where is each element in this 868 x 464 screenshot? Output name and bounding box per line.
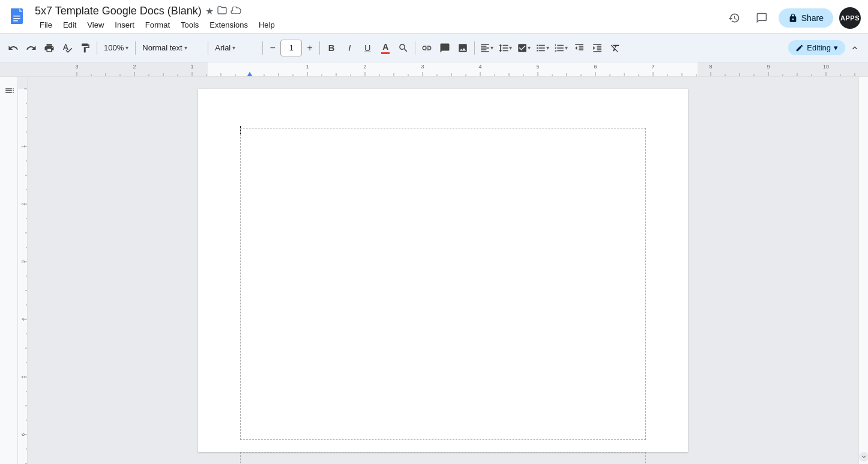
cloud-icon[interactable] [231, 6, 241, 16]
doc-title[interactable]: 5x7 Template Google Docs (Blank) [35, 5, 202, 17]
svg-rect-4 [13, 20, 18, 22]
text-style-dropdown[interactable]: Normal text ▾ [139, 41, 205, 54]
content-area-top [240, 128, 646, 440]
sep-3 [208, 41, 208, 55]
svg-rect-3 [13, 18, 20, 19]
font-size-increase[interactable]: + [303, 41, 316, 55]
highlight-button[interactable] [395, 40, 412, 56]
editing-chevron: ▾ [834, 43, 838, 52]
font-label: Arial [215, 43, 231, 52]
indent-less-button[interactable] [571, 40, 588, 56]
zoom-dropdown[interactable]: 100% ▾ [100, 41, 132, 54]
font-chevron: ▾ [232, 44, 235, 51]
menu-tools[interactable]: Tools [176, 19, 203, 31]
image-button[interactable] [454, 40, 471, 56]
font-size-decrease[interactable]: − [266, 41, 279, 55]
menu-insert[interactable]: Insert [110, 19, 139, 31]
text-style-label: Normal text [142, 43, 182, 52]
ruler [0, 62, 868, 77]
sep-6 [415, 41, 415, 55]
outline-button[interactable] [3, 84, 16, 97]
text-color-button[interactable]: A [377, 40, 394, 56]
comments-button[interactable] [751, 7, 773, 29]
editing-mode-button[interactable]: Editing ▾ [788, 40, 845, 55]
apps-button[interactable]: APPS [839, 7, 861, 29]
menu-file[interactable]: File [35, 19, 57, 31]
share-button[interactable]: Share [779, 8, 833, 28]
doc-title-row: 5x7 Template Google Docs (Blank) ★ [35, 5, 723, 17]
title-right: Share APPS [723, 7, 861, 29]
underline-button[interactable]: U [359, 40, 376, 56]
clear-format-button[interactable] [607, 40, 624, 56]
content-area-bottom [240, 452, 646, 464]
font-dropdown[interactable]: Arial ▾ [211, 41, 259, 54]
star-icon[interactable]: ★ [205, 5, 214, 17]
zoom-chevron: ▾ [125, 44, 128, 51]
link-button[interactable] [418, 40, 435, 56]
undo-button[interactable] [5, 40, 22, 56]
align-button[interactable]: ▾ [478, 40, 495, 56]
scrollbar-area [858, 77, 868, 464]
svg-rect-2 [13, 16, 20, 17]
v-ruler-canvas [18, 77, 28, 464]
text-style-chevron: ▾ [184, 44, 187, 51]
main-area [0, 77, 868, 464]
collapse-toolbar-button[interactable] [846, 40, 863, 56]
bold-button[interactable]: B [323, 40, 340, 56]
scroll-down-arrow[interactable] [859, 452, 869, 462]
sep-2 [135, 41, 136, 55]
menu-format[interactable]: Format [140, 19, 175, 31]
sep-7 [474, 41, 475, 55]
print-button[interactable] [41, 40, 58, 56]
zoom-level: 100% [104, 43, 124, 52]
vertical-ruler [18, 77, 28, 464]
paint-format-button[interactable] [77, 40, 94, 56]
document-page[interactable] [198, 89, 688, 452]
left-margin [0, 77, 18, 464]
redo-button[interactable] [23, 40, 40, 56]
menu-bar: File Edit View Insert Format Tools Exten… [35, 19, 723, 31]
folder-icon[interactable] [217, 6, 227, 16]
font-size-input[interactable]: 1 [280, 40, 302, 56]
ruler-canvas [0, 62, 868, 77]
title-area: 5x7 Template Google Docs (Blank) ★ File … [35, 5, 723, 31]
bullet-list-button[interactable]: ▾ [534, 40, 551, 56]
menu-extensions[interactable]: Extensions [205, 19, 253, 31]
comment-button[interactable] [436, 40, 453, 56]
sep-1 [97, 41, 97, 55]
spellcheck-button[interactable] [59, 40, 76, 56]
doc-icon [7, 7, 29, 29]
sep-5 [319, 41, 320, 55]
menu-help[interactable]: Help [254, 19, 280, 31]
toolbar: 100% ▾ Normal text ▾ Arial ▾ − 1 + B I U… [0, 34, 868, 62]
text-cursor [240, 126, 241, 134]
title-bar: 5x7 Template Google Docs (Blank) ★ File … [0, 0, 868, 34]
share-label: Share [801, 13, 824, 23]
sep-4 [262, 41, 263, 55]
apps-label: APPS [840, 14, 860, 22]
menu-edit[interactable]: Edit [58, 19, 81, 31]
indent-more-button[interactable] [589, 40, 606, 56]
checklist-button[interactable]: ▾ [515, 40, 532, 56]
numbered-list-button[interactable]: ▾ [552, 40, 570, 56]
editing-label: Editing [807, 43, 831, 52]
history-button[interactable] [723, 7, 745, 29]
menu-view[interactable]: View [82, 19, 109, 31]
italic-button[interactable]: I [341, 40, 358, 56]
document-area[interactable] [28, 77, 858, 464]
line-spacing-button[interactable]: ▾ [496, 40, 514, 56]
